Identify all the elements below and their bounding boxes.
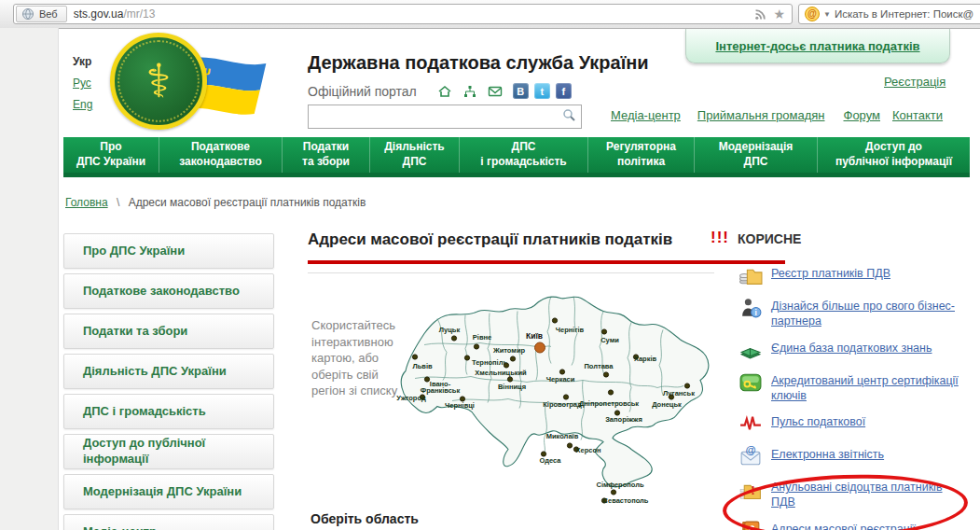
nav-item[interactable]: Регуляторнаполітика bbox=[587, 137, 694, 173]
map-city-dot[interactable] bbox=[464, 356, 469, 360]
map-city-label[interactable]: Херсон bbox=[575, 446, 600, 454]
map-city-dot[interactable] bbox=[601, 329, 606, 334]
language-link-рус[interactable]: Рус bbox=[73, 73, 92, 94]
map-city-label[interactable]: Тернопіль bbox=[472, 358, 507, 367]
search-magnifier-icon[interactable] bbox=[561, 107, 576, 126]
internet-dossier-button[interactable]: Інтернет-досьє платника податків bbox=[685, 29, 950, 63]
map-city-label[interactable]: Харків bbox=[634, 355, 657, 363]
site-search-input[interactable] bbox=[314, 107, 561, 126]
map-city-dot[interactable] bbox=[552, 318, 557, 323]
map-city-label[interactable]: Кіровоград bbox=[543, 400, 582, 409]
map-city-label[interactable]: Суми bbox=[600, 336, 619, 344]
nav-item[interactable]: Доступ допублічної інформації bbox=[817, 137, 970, 173]
map-city-dot[interactable] bbox=[535, 342, 545, 353]
rss-icon[interactable] bbox=[754, 8, 766, 21]
nav-item[interactable]: Податкита збори bbox=[282, 137, 369, 173]
sidebar-item[interactable]: Доступ до публічної інформації bbox=[63, 434, 274, 469]
search-engine-dropdown-arrow[interactable]: ▼ bbox=[823, 10, 831, 19]
map-city-dot[interactable] bbox=[504, 363, 508, 368]
map-city-label[interactable]: Луганськ bbox=[663, 389, 695, 398]
useful-link[interactable]: Акредитований центр сертифікації ключів bbox=[771, 370, 969, 404]
nav-item[interactable]: ДПСі громадськість bbox=[459, 137, 587, 173]
sitemap-icon[interactable] bbox=[462, 83, 478, 99]
sidebar-item[interactable]: Модернізація ДПС України bbox=[63, 474, 274, 509]
map-city-label[interactable]: Полтава bbox=[584, 362, 614, 370]
useful-link[interactable]: Єдина база податкових знань bbox=[771, 338, 969, 356]
site-search-form bbox=[308, 105, 582, 129]
sidebar-item[interactable]: Податкове законодавство bbox=[63, 273, 274, 309]
map-city-dot[interactable] bbox=[684, 384, 689, 388]
map-city-label[interactable]: Одеса bbox=[540, 456, 562, 465]
map-city-dot[interactable] bbox=[611, 490, 615, 495]
search-engine-icon[interactable]: @ bbox=[805, 7, 820, 21]
header-link[interactable]: Приймальня громадян bbox=[697, 108, 825, 122]
useful-link[interactable]: Адреси масової реєстрації платників пода… bbox=[771, 519, 969, 530]
map-city-label[interactable]: Ужгород bbox=[396, 394, 426, 402]
language-link-eng[interactable]: Eng bbox=[73, 94, 92, 116]
map-city-label[interactable]: Львів bbox=[412, 362, 433, 370]
language-link-укр[interactable]: Укр bbox=[73, 51, 92, 73]
sidebar-item[interactable]: Податки та збори bbox=[63, 314, 274, 349]
map-city-dot[interactable] bbox=[608, 390, 613, 395]
nav-item[interactable]: Податковезаконодавство bbox=[159, 137, 282, 173]
nav-item[interactable]: ПроДПС України bbox=[63, 137, 159, 173]
map-city-dot[interactable] bbox=[669, 395, 673, 399]
map-city-dot[interactable] bbox=[559, 370, 564, 374]
map-city-dot[interactable] bbox=[563, 395, 568, 399]
useful-link[interactable]: Електронна звітність bbox=[771, 444, 969, 462]
useful-link[interactable]: Анульовані свідоцтва платників ПДВ bbox=[771, 477, 969, 510]
header-link[interactable]: Контакти bbox=[892, 108, 943, 122]
folder-coins-icon bbox=[738, 263, 763, 287]
registration-link[interactable]: Реєстрація bbox=[884, 75, 945, 89]
browser-search-box[interactable]: @ ▼ Искать в Интернет: Поиск@ bbox=[798, 4, 980, 24]
map-city-label[interactable]: Луцьк bbox=[439, 326, 461, 334]
twitter-icon[interactable]: t bbox=[534, 83, 550, 99]
sidebar-item[interactable]: Діяльність ДПС України bbox=[63, 354, 274, 389]
vkontakte-icon[interactable]: B bbox=[513, 83, 529, 99]
nav-item[interactable]: МодернізаціяДПС bbox=[694, 137, 817, 173]
facebook-icon[interactable]: f bbox=[556, 83, 572, 99]
map-city-label[interactable]: Черкаси bbox=[546, 375, 575, 384]
map-city-dot[interactable] bbox=[412, 355, 417, 359]
map-city-label[interactable]: Донецьк bbox=[652, 400, 682, 409]
pulse-icon bbox=[738, 411, 763, 436]
header-link[interactable]: Форум bbox=[844, 108, 881, 122]
svg-text:!: ! bbox=[751, 483, 755, 497]
map-city-label[interactable]: Рівне bbox=[473, 333, 491, 342]
header-links-row: Медіа-центрПриймальня громадянФорумКонта… bbox=[611, 108, 943, 122]
map-city-label[interactable]: Хмельницький bbox=[475, 369, 527, 377]
map-city-label[interactable]: Чернівці bbox=[445, 401, 475, 410]
bookmark-star-icon[interactable]: ★ bbox=[773, 7, 785, 21]
url-text[interactable]: sts.gov.ua/mr/13 bbox=[74, 7, 755, 21]
address-bar[interactable]: Веб sts.gov.ua/mr/13 ★ bbox=[13, 4, 793, 24]
useful-link[interactable]: Дізнайся більше про свого бізнес-партнер… bbox=[771, 296, 969, 329]
sidebar-item[interactable]: ДПС і громадськість bbox=[63, 394, 274, 429]
site-identity-chip[interactable]: Веб bbox=[16, 6, 67, 22]
map-city-dot[interactable] bbox=[510, 356, 515, 361]
key-certificate-icon bbox=[738, 370, 763, 395]
map-city-label[interactable]: Київ bbox=[526, 331, 543, 341]
sidebar-item[interactable]: Медіа-центр bbox=[63, 514, 274, 530]
header-link[interactable]: Медіа-центр bbox=[611, 108, 681, 122]
map-city-dot[interactable] bbox=[603, 372, 608, 377]
map-city-label[interactable]: Дніпропетровськ bbox=[579, 399, 639, 408]
map-city-label[interactable]: Севастополь bbox=[603, 496, 649, 505]
home-icon[interactable] bbox=[437, 83, 453, 99]
mail-icon[interactable] bbox=[488, 83, 504, 99]
useful-link[interactable]: Пульс податкової bbox=[771, 411, 969, 429]
breadcrumb-home-link[interactable]: Головна bbox=[65, 196, 108, 209]
ukraine-interactive-map[interactable]: ЛуцькРівнеЛьвівТернопільХмельницькийВінн… bbox=[396, 283, 713, 525]
map-city-label[interactable]: Миколаїв bbox=[546, 432, 579, 440]
useful-link[interactable]: Реєстр платників ПДВ bbox=[771, 263, 969, 281]
nav-item[interactable]: ДіяльністьДПС bbox=[369, 137, 459, 173]
map-city-dot[interactable] bbox=[451, 336, 456, 341]
map-city-label[interactable]: Сімферополь bbox=[596, 481, 643, 489]
map-city-label[interactable]: Вінниця bbox=[498, 383, 526, 391]
map-city-label[interactable]: Запоріжжя bbox=[605, 415, 642, 424]
map-city-label[interactable]: Житомир bbox=[492, 346, 526, 355]
map-city-dot[interactable] bbox=[567, 443, 572, 448]
sidebar-item[interactable]: Про ДПС України bbox=[63, 233, 274, 269]
map-city-label[interactable]: Чернігів bbox=[556, 326, 585, 334]
map-city-dot[interactable] bbox=[474, 344, 478, 349]
map-city-dot[interactable] bbox=[507, 377, 512, 382]
